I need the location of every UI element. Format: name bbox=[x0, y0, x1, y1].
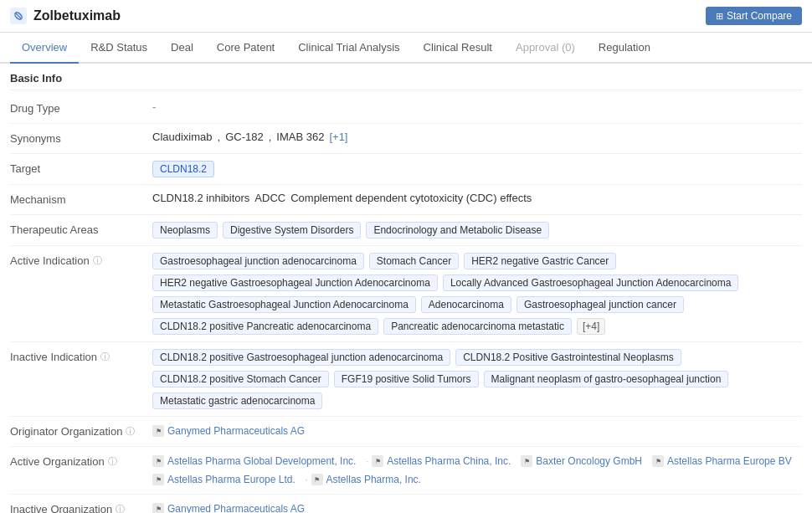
org-name[interactable]: Baxter Oncology GmbH bbox=[536, 455, 642, 467]
org-icon: ⚑ bbox=[652, 455, 664, 467]
inactive-indication-tag[interactable]: FGF19 positive Solid Tumors bbox=[334, 371, 479, 387]
compare-icon: ⊞ bbox=[716, 11, 723, 22]
org-name[interactable]: Astellas Pharma, Inc. bbox=[326, 474, 421, 485]
org-icon: ⚑ bbox=[152, 425, 164, 437]
org-icon: ⚑ bbox=[152, 474, 164, 485]
page-header: Zolbetuximab ⊞ Start Compare bbox=[0, 0, 812, 33]
synonyms-more-link[interactable]: [+1] bbox=[329, 131, 347, 143]
drug-icon bbox=[10, 8, 27, 24]
content-area: Basic Info Drug Type - Synonyms Claudixi… bbox=[0, 64, 812, 513]
org-item: ⚑ Astellas Pharma Europe Ltd. bbox=[152, 472, 296, 487]
inactive-indication-tag[interactable]: CLDN18.2 Positive Gastrointestinal Neopl… bbox=[455, 349, 681, 366]
org-name[interactable]: Astellas Pharma Europe Ltd. bbox=[167, 474, 296, 485]
indication-tag[interactable]: Pancreatic adenocarcinoma metastatic bbox=[383, 318, 572, 335]
row-drug-type: Drug Type - bbox=[10, 94, 802, 124]
inactive-indication-help-icon[interactable]: ⓘ bbox=[100, 351, 110, 363]
label-therapeutic-areas: Therapeutic Areas bbox=[10, 222, 152, 236]
org-name[interactable]: Ganymed Pharmaceuticals AG bbox=[167, 425, 305, 437]
org-item: ⚑ Ganymed Pharmaceuticals AG bbox=[152, 423, 305, 439]
indication-tag[interactable]: HER2 negative Gastric Cancer bbox=[464, 253, 616, 269]
active-indication-help-icon[interactable]: ⓘ bbox=[93, 254, 102, 267]
org-icon: ⚑ bbox=[311, 474, 323, 485]
indication-tag[interactable]: Gastroesophageal junction adenocarcinoma bbox=[152, 253, 364, 269]
label-active-org: Active Organization ⓘ bbox=[10, 454, 152, 468]
value-drug-type: - bbox=[152, 100, 802, 113]
tab-clinical-result[interactable]: Clinical Result bbox=[412, 33, 504, 64]
drug-title: Zolbetuximab bbox=[33, 8, 121, 23]
inactive-indication-tag[interactable]: CLDN18.2 positive Gastroesophageal junct… bbox=[152, 349, 450, 366]
indication-tag[interactable]: Stomach Cancer bbox=[369, 253, 459, 269]
org-item: ⚑ Ganymed Pharmaceuticals AG bbox=[152, 501, 305, 513]
inactive-indication-tag[interactable]: Metastatic gastric adenocarcinoma bbox=[152, 392, 322, 409]
row-active-org: Active Organization ⓘ ⚑ Astellas Pharma … bbox=[10, 447, 802, 495]
row-mechanism: Mechanism CLDN18.2 inhibitors ADCC Compl… bbox=[10, 185, 802, 215]
tab-overview[interactable]: Overview bbox=[10, 33, 79, 64]
inactive-org-help-icon[interactable]: ⓘ bbox=[116, 503, 125, 513]
indication-tag[interactable]: Gastroesophageal junction cancer bbox=[516, 296, 684, 313]
value-synonyms: Claudiximab, GC-182, IMAB 362 [+1] bbox=[152, 131, 802, 143]
value-target: CLDN18.2 bbox=[152, 161, 802, 177]
org-icon: ⚑ bbox=[152, 455, 164, 467]
org-name[interactable]: Ganymed Pharmaceuticals AG bbox=[167, 503, 305, 513]
indication-tag[interactable]: CLDN18.2 positive Pancreatic adenocarcin… bbox=[152, 318, 378, 335]
originator-org-help-icon[interactable]: ⓘ bbox=[126, 425, 135, 438]
org-icon: ⚑ bbox=[152, 503, 164, 513]
section-basic-info-title: Basic Info bbox=[10, 64, 802, 90]
value-inactive-org: ⚑ Ganymed Pharmaceuticals AG bbox=[152, 501, 802, 513]
mechanism-item: Complement dependent cytotoxicity (CDC) … bbox=[290, 192, 532, 204]
row-therapeutic-areas: Therapeutic Areas Neoplasms Digestive Sy… bbox=[10, 215, 802, 246]
org-icon: ⚑ bbox=[372, 455, 383, 467]
label-inactive-indication: Inactive Indication ⓘ bbox=[10, 349, 152, 363]
label-active-indication: Active Indication ⓘ bbox=[10, 253, 152, 267]
value-active-org: ⚑ Astellas Pharma Global Development, In… bbox=[152, 454, 802, 487]
tab-regulation[interactable]: Regulation bbox=[587, 33, 662, 64]
label-originator-org: Originator Organization ⓘ bbox=[10, 423, 152, 438]
tab-rd-status[interactable]: R&D Status bbox=[79, 33, 159, 64]
therapeutic-area-tag[interactable]: Digestive System Disorders bbox=[223, 222, 361, 239]
org-name[interactable]: Astellas Pharma Global Development, Inc. bbox=[167, 455, 356, 467]
org-icon: ⚑ bbox=[521, 455, 532, 467]
tab-clinical-trial-analysis[interactable]: Clinical Trial Analysis bbox=[286, 33, 411, 64]
indication-tag[interactable]: Metastatic Gastroesophageal Junction Ade… bbox=[152, 296, 416, 313]
synonym-item: IMAB 362 bbox=[276, 131, 324, 143]
mechanism-item: CLDN18.2 inhibitors bbox=[152, 192, 249, 204]
therapeutic-area-tag[interactable]: Endocrinology and Metabolic Disease bbox=[366, 222, 549, 239]
tab-deal[interactable]: Deal bbox=[159, 33, 205, 64]
row-originator-org: Originator Organization ⓘ ⚑ Ganymed Phar… bbox=[10, 417, 802, 447]
value-therapeutic-areas: Neoplasms Digestive System Disorders End… bbox=[152, 222, 802, 239]
inactive-indication-tag[interactable]: CLDN18.2 positive Stomach Cancer bbox=[152, 371, 329, 387]
active-indication-more[interactable]: [+4] bbox=[577, 318, 605, 335]
start-compare-button[interactable]: ⊞ Start Compare bbox=[706, 7, 802, 25]
row-synonyms: Synonyms Claudiximab, GC-182, IMAB 362 [… bbox=[10, 124, 802, 154]
tab-core-patent[interactable]: Core Patent bbox=[205, 33, 286, 64]
org-item: · ⚑ Astellas Pharma China, Inc. bbox=[366, 454, 511, 469]
row-active-indication: Active Indication ⓘ Gastroesophageal jun… bbox=[10, 246, 802, 342]
org-item: · ⚑ Astellas Pharma, Inc. bbox=[306, 472, 421, 487]
row-inactive-indication: Inactive Indication ⓘ CLDN18.2 positive … bbox=[10, 342, 802, 417]
label-synonyms: Synonyms bbox=[10, 131, 152, 145]
value-active-indication: Gastroesophageal junction adenocarcinoma… bbox=[152, 253, 802, 335]
header-left: Zolbetuximab bbox=[10, 8, 121, 24]
value-originator-org: ⚑ Ganymed Pharmaceuticals AG bbox=[152, 423, 802, 439]
synonym-item: GC-182 bbox=[225, 131, 264, 143]
indication-tag[interactable]: Locally Advanced Gastroesophageal Juncti… bbox=[443, 274, 739, 291]
label-drug-type: Drug Type bbox=[10, 100, 152, 115]
indication-tag[interactable]: Adenocarcinoma bbox=[421, 296, 511, 313]
indication-tag[interactable]: HER2 negative Gastroesophageal Junction … bbox=[152, 274, 438, 291]
label-target: Target bbox=[10, 161, 152, 175]
row-inactive-org: Inactive Organization ⓘ ⚑ Ganymed Pharma… bbox=[10, 495, 802, 513]
org-name[interactable]: Astellas Pharma Europe BV bbox=[667, 455, 792, 467]
compare-label: Start Compare bbox=[727, 10, 792, 22]
tab-approval: Approval (0) bbox=[504, 33, 587, 64]
org-item: ⚑ Astellas Pharma Europe BV bbox=[652, 454, 792, 469]
therapeutic-area-tag[interactable]: Neoplasms bbox=[152, 222, 218, 239]
value-mechanism: CLDN18.2 inhibitors ADCC Complement depe… bbox=[152, 192, 802, 204]
active-org-help-icon[interactable]: ⓘ bbox=[108, 455, 117, 468]
value-inactive-indication: CLDN18.2 positive Gastroesophageal junct… bbox=[152, 349, 802, 409]
org-name[interactable]: Astellas Pharma China, Inc. bbox=[387, 455, 511, 467]
label-mechanism: Mechanism bbox=[10, 192, 152, 206]
row-target: Target CLDN18.2 bbox=[10, 154, 802, 185]
inactive-indication-tag[interactable]: Malignant neoplasm of gastro-oesophageal… bbox=[484, 371, 729, 387]
target-tag[interactable]: CLDN18.2 bbox=[152, 161, 214, 177]
org-item: ⚑ Astellas Pharma Global Development, In… bbox=[152, 454, 356, 469]
